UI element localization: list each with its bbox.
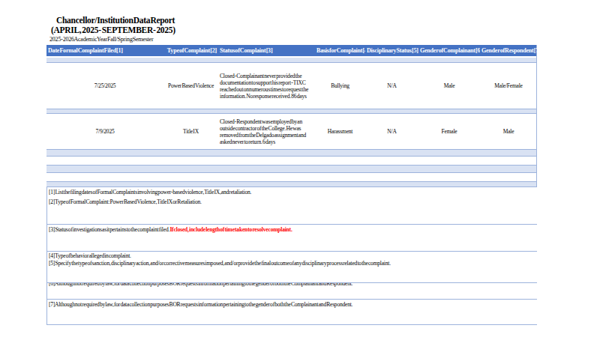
- cell-complaint-type: Power Based Violence: [164, 82, 218, 89]
- footnote-7: [7] Although not required by law, for da…: [49, 301, 534, 308]
- footnote-4: [4] Type of behavior alleged in complain…: [49, 252, 534, 259]
- cell-gender-complainant: Female: [418, 128, 480, 135]
- col-header-date-filed: Date Formal Complaint Filed [1]: [46, 47, 164, 54]
- cell-disciplinary-status: N/A: [365, 82, 418, 89]
- col-header-status: Status of Complaint [3]: [218, 47, 315, 54]
- table-row: 7/25/2025 Power Based Violence Closed- C…: [46, 63, 536, 109]
- cell-disciplinary-status: N/A: [365, 128, 418, 135]
- footnote-6: [6] Although not required by law, for da…: [49, 282, 534, 287]
- footnote-3-text: [3] Status of investigations as it perta…: [49, 226, 170, 233]
- cell-gender-respondent: Male/Female: [480, 82, 537, 89]
- table-header-row: Date Formal Complaint Filed [1] Type of …: [46, 45, 536, 56]
- footnote-box-1: [1] List the filing dates of Formal Comp…: [46, 186, 537, 225]
- complaints-table: Date Formal Complaint Filed [1] Type of …: [46, 45, 537, 325]
- footnote-box-2: [3] Status of investigations as it perta…: [46, 224, 537, 252]
- col-header-gender-complainant: Gender of Complainant [6]: [418, 47, 480, 54]
- empty-stripe-row: [46, 149, 536, 157]
- cell-complaint-status: Closed- Respondent was employed by an ou…: [218, 118, 315, 145]
- empty-stripe-row: [46, 56, 536, 63]
- footnote-5: [5] Specify the type of sanction, discip…: [49, 260, 534, 267]
- cell-gender-complainant: Male: [418, 82, 480, 89]
- footnote-3-red-note: If closed, include length of time taken …: [170, 226, 292, 233]
- cell-complaint-type: Title IX: [164, 128, 218, 135]
- col-header-gender-respondent: Gender of Respondent [7]: [480, 47, 537, 54]
- cell-basis: Harassment: [315, 128, 365, 135]
- report-page: Chancellor/Institution Data Report (APRI…: [0, 0, 600, 364]
- empty-row: [46, 173, 536, 181]
- table-row: 7/9/2025 Title IX Closed- Respondent was…: [46, 114, 536, 149]
- empty-stripe-row: [46, 109, 536, 114]
- report-title-block: Chancellor/Institution Data Report (APRI…: [50, 16, 176, 43]
- footnote-box-3: [4] Type of behavior alleged in complain…: [46, 251, 537, 283]
- report-academic-year: 2025-2026 Academic Year Fall/Spring Seme…: [50, 36, 176, 43]
- footnote-3: [3] Status of investigations as it perta…: [49, 226, 534, 233]
- cell-complaint-status: Closed- Complainant never provided the d…: [218, 73, 315, 100]
- report-title: Chancellor/Institution Data Report: [50, 16, 176, 25]
- footnote-box-5: [7] Although not required by law, for da…: [46, 299, 537, 325]
- footnote-1: [1] List the filing dates of Formal Comp…: [49, 189, 534, 195]
- empty-row: [46, 157, 536, 165]
- cell-gender-respondent: Male: [480, 128, 537, 135]
- footnote-2: [2] Type of Formal Complaint: Power Base…: [49, 198, 534, 205]
- cell-date-filed: 7/25/2025: [46, 82, 164, 89]
- cell-basis: Bullying: [315, 82, 365, 89]
- empty-stripe-row: [46, 165, 536, 173]
- footnote-box-4: [6] Although not required by law, for da…: [46, 282, 537, 300]
- cell-date-filed: 7/9/2025: [46, 128, 164, 135]
- col-header-disciplinary-status: Disciplinary Status [5]: [365, 47, 418, 54]
- col-header-basis: Basis for Complaint [4]: [315, 47, 365, 54]
- col-header-type: Type of Complaint [2]: [164, 47, 218, 54]
- report-date-range: (APRIL, 2025- SEPTEMBER- 2025): [50, 25, 176, 34]
